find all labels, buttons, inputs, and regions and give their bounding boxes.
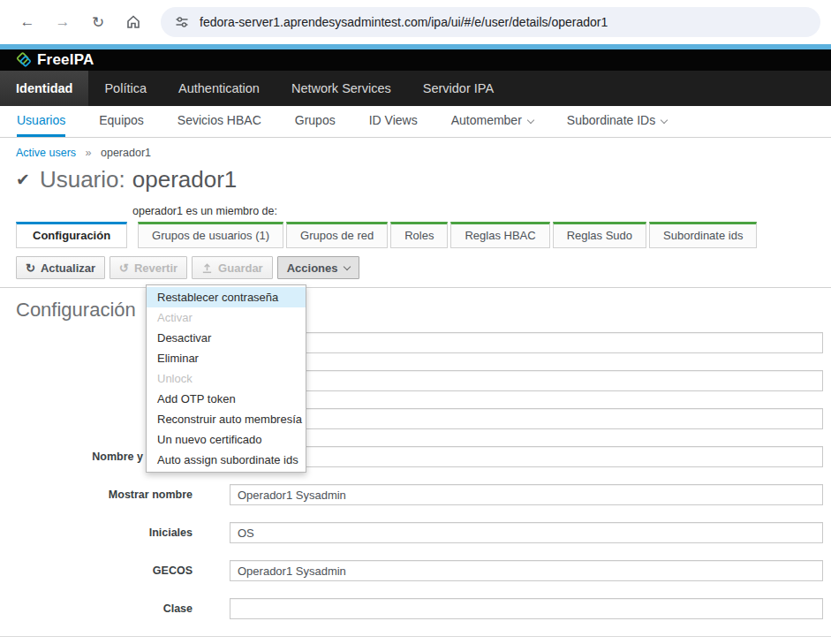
page-title-prefix: Usuario:: [40, 166, 125, 193]
menu-item-eliminar[interactable]: Eliminar: [147, 348, 306, 368]
tab-roles[interactable]: Roles: [390, 222, 448, 248]
form-row: GECOS: [0, 560, 831, 581]
tab-subordinate-ids[interactable]: Subordinate ids: [649, 222, 757, 248]
nav-servidor-ipa[interactable]: Servidor IPA: [407, 71, 510, 106]
site-settings-icon[interactable]: [175, 15, 189, 29]
refresh-icon: ↻: [26, 262, 35, 274]
initials-label: Iniciales: [0, 527, 193, 539]
text-field-2[interactable]: [230, 370, 823, 391]
form-row: Nombre y: [0, 446, 831, 467]
brand-name: FreeIPA: [37, 51, 94, 69]
subnav-sevicios-hbac[interactable]: Sevicios HBAC: [178, 106, 261, 137]
facet-toolbar: ↻ Actualizar ↺ Revertir Guardar Acciones: [16, 256, 815, 279]
refresh-button[interactable]: ↻ Actualizar: [16, 256, 105, 279]
save-button[interactable]: Guardar: [192, 256, 273, 279]
freeipa-logo-icon: [15, 51, 34, 69]
text-field-3[interactable]: [230, 408, 823, 429]
subnav-usuarios[interactable]: Usuarios: [17, 106, 65, 137]
browser-back-icon[interactable]: ←: [12, 7, 42, 37]
facet-tabs: Configuración Grupos de usuarios (1) Gru…: [16, 222, 815, 248]
menu-item-add-otp-token[interactable]: Add OTP token: [147, 389, 306, 409]
masthead: FreeIPA: [0, 49, 831, 71]
save-upload-icon: [201, 262, 213, 274]
initials-field[interactable]: [230, 522, 823, 543]
user-enabled-check-icon: ✔: [16, 170, 30, 190]
menu-item-desactivar[interactable]: Desactivar: [147, 328, 306, 348]
menu-item-auto-assign-subordinate-ids[interactable]: Auto assign subordinate ids: [147, 450, 306, 470]
tab-reglas-sudo[interactable]: Reglas Sudo: [553, 222, 646, 248]
tab-reglas-hbac[interactable]: Reglas HBAC: [450, 222, 549, 248]
breadcrumb: Active users » operador1: [0, 138, 831, 159]
nav-network-services[interactable]: Network Services: [276, 71, 407, 106]
menu-item-unlock: Unlock: [147, 368, 306, 389]
subnav-equipos[interactable]: Equipos: [99, 106, 144, 137]
class-field[interactable]: [230, 598, 823, 619]
actions-dropdown-button[interactable]: Acciones: [277, 256, 360, 279]
browser-home-icon[interactable]: [118, 7, 148, 37]
tab-grupos-de-usuarios[interactable]: Grupos de usuarios (1): [138, 222, 283, 248]
form-row: Clase: [0, 598, 831, 619]
url-text: fedora-server1.aprendesysadmintest.com/i…: [200, 15, 608, 29]
display-name-field[interactable]: [230, 484, 823, 505]
secondary-nav: Usuarios Equipos Sevicios HBAC Grupos ID…: [0, 106, 831, 138]
section-heading: Configuración: [16, 299, 815, 322]
tab-configuracion[interactable]: Configuración: [16, 222, 127, 248]
menu-item-new-certificate[interactable]: Un nuevo certificado: [147, 429, 306, 450]
form-row: [0, 408, 831, 429]
browser-reload-icon[interactable]: ↻: [83, 7, 113, 37]
subnav-id-views[interactable]: ID Views: [369, 106, 418, 137]
caret-down-icon: [344, 262, 351, 269]
breadcrumb-separator: »: [86, 147, 92, 159]
nav-identidad[interactable]: Identidad: [0, 71, 88, 106]
address-bar[interactable]: fedora-server1.aprendesysadmintest.com/i…: [161, 7, 820, 37]
subnav-grupos[interactable]: Grupos: [295, 106, 336, 137]
form-row: [0, 370, 831, 391]
actions-menu: Restablecer contraseña Activar Desactiva…: [146, 284, 306, 473]
gecos-label: GECOS: [0, 564, 193, 577]
menu-item-activar: Activar: [147, 307, 306, 328]
breadcrumb-active-users-link[interactable]: Active users: [16, 147, 76, 159]
breadcrumb-current: operador1: [101, 147, 151, 159]
freeipa-logo[interactable]: FreeIPA: [15, 51, 94, 69]
form-row: Mostrar nombre: [0, 484, 831, 505]
class-label: Clase: [0, 602, 193, 615]
nav-politica[interactable]: Política: [88, 71, 162, 106]
user-details-form: Nombre y Mostrar nombre Iniciales GECOS …: [0, 332, 831, 619]
menu-item-rebuild-auto-membership[interactable]: Reconstruir auto membresía: [147, 409, 306, 429]
page-title-username: operador1: [132, 166, 238, 193]
form-row: Iniciales: [0, 522, 831, 543]
display-name-label: Mostrar nombre: [0, 489, 193, 501]
chevron-down-icon: [661, 116, 668, 123]
bottom-divider: [0, 636, 831, 637]
chevron-down-icon: [527, 116, 534, 123]
full-name-field[interactable]: [230, 446, 823, 467]
primary-nav: Identidad Política Authentication Networ…: [0, 71, 831, 106]
freeipa-user-details-page: ← → ↻ fedora-server1.aprendesysadmintest…: [0, 0, 831, 644]
member-of-note: operador1 es un miembro de:: [132, 205, 831, 217]
revert-button[interactable]: ↺ Revertir: [110, 256, 187, 279]
subnav-automember[interactable]: Automember: [451, 106, 533, 137]
browser-forward-icon[interactable]: →: [48, 7, 78, 37]
menu-item-reset-password[interactable]: Restablecer contraseña: [147, 287, 306, 307]
form-row: [0, 332, 831, 353]
nav-authentication[interactable]: Authentication: [162, 71, 276, 106]
undo-icon: ↺: [119, 262, 129, 274]
subnav-subordinate-ids[interactable]: Subordinate IDs: [567, 106, 667, 137]
browser-toolbar: ← → ↻ fedora-server1.aprendesysadmintest…: [0, 0, 831, 44]
gecos-field[interactable]: [230, 560, 823, 581]
text-field-1[interactable]: [230, 332, 823, 353]
facet-divider: [0, 287, 831, 288]
page-title: ✔ Usuario: operador1: [16, 166, 815, 193]
tab-grupos-de-red[interactable]: Grupos de red: [286, 222, 388, 248]
